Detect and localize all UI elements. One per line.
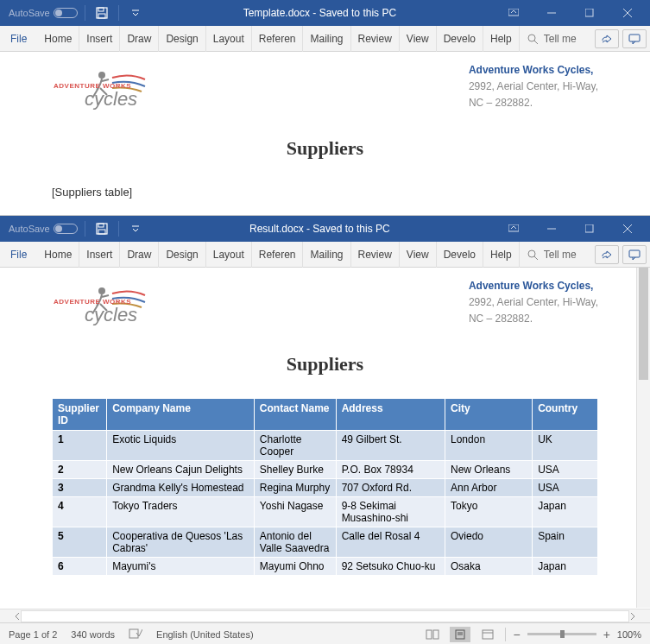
tab-insert[interactable]: Insert: [79, 26, 120, 52]
search-icon: [527, 249, 539, 261]
table-header: Contact Name: [254, 399, 336, 431]
view-read-icon[interactable]: [422, 627, 443, 642]
svg-rect-11: [629, 35, 640, 41]
zoom-slider[interactable]: [527, 633, 596, 635]
tab-layout[interactable]: Layout: [206, 26, 252, 52]
svg-rect-16: [98, 224, 104, 227]
tab-file[interactable]: File: [3, 26, 37, 52]
scroll-left-icon[interactable]: [14, 612, 21, 621]
tab-file[interactable]: File: [3, 242, 37, 268]
table-cell: USA: [533, 479, 598, 497]
table-cell: 6: [53, 558, 107, 576]
svg-rect-19: [508, 224, 519, 231]
minimize-icon[interactable]: [533, 216, 571, 242]
table-cell: Cooperativa de Quesos 'Las Cabras': [107, 527, 255, 558]
tab-design[interactable]: Design: [159, 26, 205, 52]
tab-design[interactable]: Design: [159, 242, 205, 268]
view-web-icon[interactable]: [477, 627, 498, 642]
svg-text:cycles: cycles: [85, 304, 137, 325]
maximize-icon[interactable]: [571, 216, 609, 242]
share-icon[interactable]: [595, 245, 619, 264]
tab-draw[interactable]: Draw: [120, 242, 159, 268]
tab-mailings[interactable]: Mailing: [303, 26, 350, 52]
table-cell: Oviedo: [445, 527, 533, 558]
svg-rect-2: [98, 14, 105, 18]
table-cell: Calle del Rosal 4: [336, 527, 445, 558]
tab-view[interactable]: View: [400, 242, 437, 268]
page-heading: Suppliers: [52, 353, 598, 376]
svg-rect-21: [585, 224, 593, 232]
status-page[interactable]: Page 1 of 2: [9, 629, 57, 640]
close-icon[interactable]: [609, 0, 647, 26]
table-cell: 5: [53, 527, 107, 558]
tab-references[interactable]: Referen: [252, 26, 304, 52]
table-row: 2New Orleans Cajun DelightsShelley Burke…: [53, 461, 598, 479]
company-address: Adventure Works Cycles, 2992, Aerial Cen…: [469, 62, 598, 112]
comments-icon[interactable]: [622, 29, 647, 48]
tab-insert[interactable]: Insert: [79, 242, 120, 268]
horizontal-scrollbar[interactable]: [0, 609, 650, 622]
table-row: 6Mayumi'sMayumi Ohno92 Setsuko Chuo-kuOs…: [53, 558, 598, 576]
ribbon-display-icon[interactable]: [495, 216, 533, 242]
tab-references[interactable]: Referen: [252, 242, 304, 268]
svg-rect-31: [426, 630, 432, 639]
table-cell: Antonio del Valle Saavedra: [254, 527, 336, 558]
minimize-icon[interactable]: [533, 0, 571, 26]
scroll-right-icon[interactable]: [629, 612, 636, 621]
share-icon[interactable]: [595, 29, 619, 48]
qat-customize-icon[interactable]: [126, 219, 145, 238]
svg-rect-17: [98, 230, 105, 234]
autosave-toggle[interactable]: AutoSave: [9, 224, 78, 234]
svg-point-24: [528, 250, 535, 257]
table-cell: Regina Murphy: [254, 479, 336, 497]
table-row: 3Grandma Kelly's HomesteadRegina Murphy7…: [53, 479, 598, 497]
svg-text:cycles: cycles: [85, 88, 137, 110]
table-cell: 3: [53, 479, 107, 497]
tab-home[interactable]: Home: [37, 242, 79, 268]
svg-rect-4: [508, 9, 519, 16]
table-cell: Japan: [533, 497, 598, 527]
table-cell: Mayumi's: [107, 558, 255, 576]
save-icon[interactable]: [92, 3, 111, 22]
tab-layout[interactable]: Layout: [206, 242, 252, 268]
zoom-level[interactable]: 100%: [617, 629, 641, 640]
tab-view[interactable]: View: [400, 26, 437, 52]
tab-mailings[interactable]: Mailing: [303, 242, 350, 268]
suppliers-table: Supplier IDCompany NameContact NameAddre…: [52, 398, 598, 576]
tab-home[interactable]: Home: [37, 26, 79, 52]
view-print-icon[interactable]: [450, 627, 470, 642]
tab-review[interactable]: Review: [351, 242, 400, 268]
table-cell: Exotic Liquids: [107, 431, 255, 461]
svg-line-25: [534, 256, 538, 260]
status-words[interactable]: 340 words: [71, 629, 115, 640]
tab-help[interactable]: Help: [483, 26, 520, 52]
zoom-out-icon[interactable]: −: [513, 628, 520, 641]
table-cell: Yoshi Nagase: [254, 497, 336, 527]
table-cell: 2: [53, 461, 107, 479]
tab-review[interactable]: Review: [351, 26, 400, 52]
ribbon-display-icon[interactable]: [495, 0, 533, 26]
tab-developer[interactable]: Develo: [437, 26, 483, 52]
zoom-in-icon[interactable]: +: [603, 628, 610, 641]
table-header: Country: [533, 399, 598, 431]
maximize-icon[interactable]: [571, 0, 609, 26]
window-result: AutoSave Result.docx - Saved to this PC …: [0, 215, 650, 644]
window-title: Template.docx - Saved to this PC: [145, 7, 495, 19]
close-icon[interactable]: [609, 216, 647, 242]
tell-me-search[interactable]: Tell me: [527, 33, 577, 45]
qat-customize-icon[interactable]: [126, 3, 145, 22]
tab-draw[interactable]: Draw: [120, 26, 159, 52]
window-template: AutoSave Template.docx - Saved to this P…: [0, 0, 650, 215]
tell-me-search[interactable]: Tell me: [527, 249, 577, 261]
status-language[interactable]: English (United States): [156, 629, 254, 640]
suppliers-placeholder: [Suppliers table]: [52, 186, 598, 199]
vertical-scrollbar[interactable]: [636, 268, 650, 608]
table-cell: Ann Arbor: [445, 479, 533, 497]
comments-icon[interactable]: [622, 245, 647, 264]
save-icon[interactable]: [92, 219, 111, 238]
status-spellcheck-icon[interactable]: [129, 628, 142, 641]
autosave-toggle[interactable]: AutoSave: [9, 8, 78, 18]
tab-developer[interactable]: Develo: [437, 242, 483, 268]
table-cell: Charlotte Cooper: [254, 431, 336, 461]
tab-help[interactable]: Help: [483, 242, 520, 268]
